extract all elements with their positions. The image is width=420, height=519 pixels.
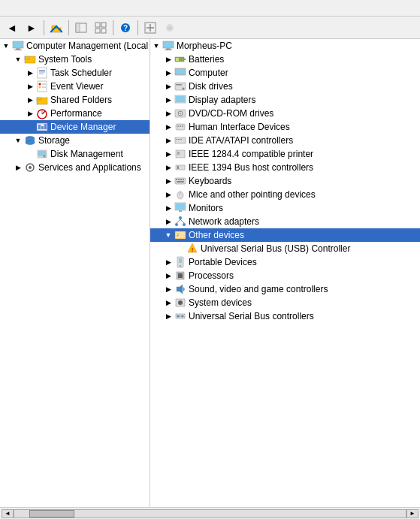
tree-item-display-adapters[interactable]: Display adapters	[150, 93, 420, 107]
expand-btn-mice[interactable]	[162, 189, 174, 201]
label-network: Network adapters	[189, 216, 259, 227]
svg-rect-25	[38, 81, 47, 92]
back-button[interactable]: ◄	[3, 19, 21, 37]
expand-btn-system-devices[interactable]	[162, 297, 174, 309]
svg-rect-52	[184, 59, 186, 60]
tree-item-event-viewer[interactable]: Event Viewer	[0, 80, 150, 93]
expand-btn-comp-mgmt[interactable]	[0, 40, 12, 52]
left-tree: Computer Management (LocalSystem ToolsTa…	[0, 39, 150, 174]
tree-item-morpheus[interactable]: Morpheus-PC	[150, 39, 420, 53]
tree-item-hid[interactable]: Human Interface Devices	[150, 120, 420, 134]
tree-item-other-devices[interactable]: ?Other devices	[150, 228, 420, 242]
expand-btn-keyboards[interactable]	[162, 175, 174, 187]
expand-btn-usb-controllers[interactable]	[162, 310, 174, 322]
label-comp-mgmt: Computer Management (Local	[26, 41, 148, 51]
tree-item-ide[interactable]: IDE ATA/ATAPI controllers	[150, 134, 420, 147]
expand-btn-storage[interactable]	[12, 134, 24, 146]
grid-button[interactable]	[92, 19, 110, 37]
tree-item-portable[interactable]: Portable Devices	[150, 255, 420, 269]
tree-item-device-manager[interactable]: Device Manager	[0, 120, 150, 134]
svg-point-63	[180, 113, 181, 114]
tree-item-usb-controller[interactable]: !Universal Serial Bus (USB) Controller	[150, 242, 420, 255]
icon-services	[24, 161, 36, 174]
icon-monitors	[174, 202, 186, 214]
expand-btn-dvd[interactable]	[162, 107, 174, 119]
svg-rect-16	[14, 42, 23, 47]
tree-item-disk-mgmt[interactable]: Disk Management	[0, 147, 150, 161]
svg-rect-85	[176, 204, 185, 210]
main-area: Computer Management (LocalSystem ToolsTa…	[0, 39, 420, 507]
tree-item-shared-folders[interactable]: Shared Folders	[0, 93, 150, 107]
label-ieee1394: IEEE 1394 Bus host controllers	[189, 162, 313, 173]
tree-item-ieee1284[interactable]: IEEE 1284.4 compatible printer	[150, 147, 420, 161]
expand-btn-morpheus[interactable]	[150, 40, 162, 52]
scroll-left-arrow[interactable]: ◄	[2, 509, 14, 518]
tree-item-processors[interactable]: Processors	[150, 269, 420, 282]
expand-btn-services[interactable]	[12, 161, 24, 174]
expand-btn-shared-folders[interactable]	[24, 94, 36, 106]
tree-item-comp-mgmt[interactable]: Computer Management (Local	[0, 39, 150, 53]
expand-btn-ide[interactable]	[162, 134, 174, 146]
tree-item-sound[interactable]: Sound, video and game controllers	[150, 282, 420, 296]
expand-btn-event-viewer[interactable]	[24, 80, 36, 92]
expand-button[interactable]	[141, 19, 159, 37]
expand-btn-batteries[interactable]	[162, 53, 174, 65]
forward-button[interactable]: ►	[23, 19, 41, 37]
expand-btn-ieee1284[interactable]	[162, 148, 174, 160]
tree-item-monitors[interactable]: Monitors	[150, 201, 420, 215]
expand-btn-hid[interactable]	[162, 121, 174, 133]
expand-btn-performance[interactable]	[24, 107, 36, 119]
scroll-track[interactable]	[14, 509, 406, 518]
tree-item-usb-controllers[interactable]: Universal Serial Bus controllers	[150, 309, 420, 323]
label-dvd: DVD/CD-ROM drives	[189, 108, 273, 119]
expand-btn-computer[interactable]	[162, 67, 174, 79]
menu-view[interactable]	[27, 7, 39, 10]
scroll-thumb[interactable]	[29, 510, 74, 517]
tree-item-keyboards[interactable]: Keyboards	[150, 174, 420, 188]
expand-btn-display-adapters[interactable]	[162, 94, 174, 106]
label-hid: Human Interface Devices	[189, 122, 290, 132]
expand-btn-portable[interactable]	[162, 256, 174, 268]
up-button[interactable]	[47, 19, 65, 37]
label-device-manager: Device Manager	[50, 122, 116, 132]
svg-rect-80	[183, 179, 184, 180]
tree-item-system-tools[interactable]: System Tools	[0, 53, 150, 66]
tree-item-mice[interactable]: Mice and other pointing devices	[150, 188, 420, 201]
expand-btn-sound[interactable]	[162, 283, 174, 295]
expand-btn-disk-drives[interactable]	[162, 80, 174, 92]
expand-btn-monitors[interactable]	[162, 202, 174, 214]
tree-item-dvd[interactable]: DVD/CD-ROM drives	[150, 107, 420, 120]
expand-btn-network[interactable]	[162, 216, 174, 228]
menu-file[interactable]	[3, 7, 15, 10]
scroll-right-arrow[interactable]: ►	[406, 509, 418, 518]
svg-rect-50	[165, 50, 172, 50]
tree-item-system-devices[interactable]: System devices	[150, 296, 420, 309]
expand-btn-ieee1394[interactable]	[162, 161, 174, 174]
expand-btn-system-tools[interactable]	[12, 53, 24, 65]
tree-item-storage[interactable]: Storage	[0, 134, 150, 147]
tree-item-performance[interactable]: Performance	[0, 107, 150, 120]
expand-btn-processors[interactable]	[162, 270, 174, 282]
help-button[interactable]: ?	[116, 19, 134, 37]
tree-item-computer[interactable]: Computer	[150, 66, 420, 80]
label-morpheus: Morpheus-PC	[177, 41, 232, 51]
tree-item-ieee1394[interactable]: IEEE 1394 Bus host controllers	[150, 161, 420, 174]
svg-rect-36	[38, 125, 41, 129]
expand-btn-task-scheduler[interactable]	[24, 67, 36, 79]
tree-item-network[interactable]: Network adapters	[150, 215, 420, 228]
tree-item-disk-drives[interactable]: Disk drives	[150, 80, 420, 93]
tree-item-task-scheduler[interactable]: Task Scheduler	[0, 66, 150, 80]
expand-btn-other-devices[interactable]	[162, 229, 174, 241]
show-hide-button[interactable]	[72, 19, 90, 37]
tree-item-batteries[interactable]: Batteries	[150, 53, 420, 66]
tree-item-services[interactable]: Services and Applications	[0, 161, 150, 174]
label-event-viewer: Event Viewer	[50, 81, 103, 92]
menu-help[interactable]	[39, 7, 51, 10]
svg-rect-6	[95, 29, 100, 33]
menu-action[interactable]	[15, 7, 27, 10]
svg-rect-38	[44, 124, 47, 129]
svg-rect-21	[38, 68, 47, 78]
horizontal-scrollbar[interactable]: ◄ ►	[0, 507, 420, 519]
action2-button[interactable]: ✦	[161, 19, 179, 37]
icon-disk-drives	[174, 80, 186, 92]
